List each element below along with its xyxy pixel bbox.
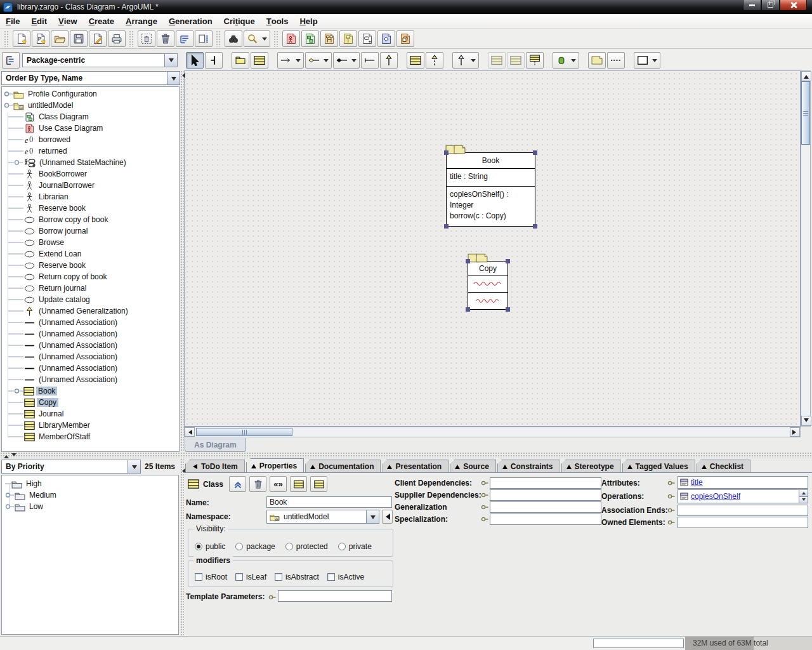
menu-tools[interactable]: Tools: [261, 14, 294, 28]
new-collaboration-diagram-button[interactable]: [339, 30, 357, 47]
horizontal-splitter[interactable]: [0, 452, 812, 458]
tree-item[interactable]: Profile Configuration: [2, 88, 179, 100]
save-project-button[interactable]: [70, 30, 88, 47]
expander-icon[interactable]: [481, 481, 488, 486]
class-node-copy[interactable]: Copy: [468, 261, 508, 310]
new-class-diagram-button[interactable]: [301, 30, 319, 47]
tree-item[interactable]: LibraryMember: [2, 420, 179, 431]
tree-item[interactable]: Return journal: [2, 282, 179, 294]
menu-critique[interactable]: Critique: [218, 14, 261, 28]
selection-handle[interactable]: [533, 150, 537, 155]
radio-protected[interactable]: protected: [285, 542, 328, 551]
tab-stereotype[interactable]: Stereotype: [561, 460, 621, 472]
attributes-list[interactable]: title: [678, 476, 808, 489]
checkbox-isactive[interactable]: isActive: [327, 573, 364, 581]
tab-todo-item[interactable]: ToDo Item: [185, 460, 245, 472]
horizontal-scrollbar[interactable]: [184, 427, 801, 437]
delete-from-model-button[interactable]: [157, 30, 174, 47]
new-project-button[interactable]: [32, 30, 49, 47]
delete-button[interactable]: [249, 476, 266, 492]
combo-arrow-button[interactable]: [128, 460, 140, 473]
expander-icon[interactable]: [481, 517, 488, 522]
tab-documentation[interactable]: Documentation: [305, 460, 381, 472]
details-button[interactable]: [195, 30, 213, 47]
new-activity-diagram-button[interactable]: [377, 30, 395, 47]
operations-list[interactable]: copiesOnShelf: [678, 489, 808, 503]
tab-presentation[interactable]: Presentation: [382, 460, 449, 472]
tab-properties[interactable]: Properties: [246, 458, 304, 472]
selection-handle[interactable]: [444, 150, 449, 155]
specialization-field[interactable]: [490, 514, 601, 525]
checkbox-isroot[interactable]: isRoot: [195, 573, 227, 581]
tree-item[interactable]: returned: [2, 145, 179, 157]
association-class-tool[interactable]: [526, 52, 544, 69]
aggregation-tool[interactable]: [305, 52, 332, 69]
toolbar-grip[interactable]: [216, 30, 221, 47]
tree-item[interactable]: MemberOfStaff: [2, 431, 179, 442]
critique-note-icons[interactable]: [468, 253, 488, 263]
checkbox-isleaf[interactable]: isLeaf: [235, 573, 266, 581]
find-button[interactable]: [225, 30, 242, 47]
export-button[interactable]: [89, 30, 107, 47]
memory-monitor[interactable]: 32M used of 63M total: [685, 637, 812, 650]
interface-tool[interactable]: [407, 52, 424, 69]
todo-item-low[interactable]: Low: [2, 501, 178, 512]
association-ends-field[interactable]: [678, 505, 808, 516]
todo-item-high[interactable]: High: [2, 478, 178, 489]
template-parameters-field[interactable]: [278, 590, 392, 602]
tree-item[interactable]: Use Case Diagram: [2, 123, 179, 134]
tree-item[interactable]: BookBorrower: [2, 168, 179, 180]
splitter-collapse-up-icon[interactable]: [4, 453, 9, 458]
expander-icon[interactable]: [481, 493, 488, 498]
select-tool[interactable]: [186, 52, 204, 69]
state-tool[interactable]: [553, 52, 579, 69]
tree-item[interactable]: Book: [2, 385, 179, 397]
menu-generation[interactable]: Generation: [163, 14, 218, 28]
toolbar-grip[interactable]: [273, 30, 279, 47]
scroll-left-button[interactable]: [185, 427, 195, 437]
namespace-combobox[interactable]: untitledModel: [266, 510, 379, 524]
class-node-book[interactable]: Book title : String copiesOnShelf() : In…: [446, 152, 535, 227]
new-operation-button[interactable]: [310, 476, 327, 492]
print-button[interactable]: [108, 30, 126, 47]
association-tool[interactable]: [277, 52, 304, 69]
attribute-link[interactable]: title: [691, 478, 703, 487]
menu-edit[interactable]: Edit: [25, 14, 53, 28]
remove-from-diagram-button[interactable]: [138, 30, 155, 47]
tree-item[interactable]: borrowed: [2, 134, 179, 145]
tree-item[interactable]: Extend Loan: [2, 248, 179, 260]
new-usecase-diagram-button[interactable]: [282, 30, 300, 47]
scroll-down-button[interactable]: [801, 416, 811, 426]
selection-handle[interactable]: [506, 307, 510, 312]
menu-view[interactable]: View: [53, 14, 83, 28]
tree-item[interactable]: Return copy of book: [2, 271, 179, 282]
scroll-up-button[interactable]: [801, 71, 811, 81]
rectangle-tool[interactable]: [634, 52, 660, 69]
diagram-canvas[interactable]: Book title : String copiesOnShelf() : In…: [184, 70, 801, 427]
expander-icon[interactable]: [481, 505, 488, 510]
uniassociation-tool[interactable]: [361, 52, 379, 69]
expander-icon[interactable]: [667, 494, 675, 499]
outline-button[interactable]: [176, 30, 193, 47]
tree-item[interactable]: Update catalog: [2, 294, 179, 305]
menu-create[interactable]: Create: [83, 14, 120, 28]
open-project-button[interactable]: [51, 30, 69, 47]
navigate-up-button[interactable]: [229, 476, 246, 492]
tree-item[interactable]: (Unnamed Association): [2, 351, 179, 362]
name-field[interactable]: Book: [266, 496, 392, 508]
tree-item[interactable]: (Unnamed Association): [2, 362, 179, 374]
expander-icon[interactable]: [667, 520, 675, 525]
tree-item[interactable]: Borrow copy of book: [2, 214, 179, 225]
menu-help[interactable]: Help: [294, 14, 323, 28]
radio-private[interactable]: private: [338, 542, 372, 551]
expander-icon[interactable]: [4, 91, 13, 97]
owned-elements-field[interactable]: [678, 517, 808, 528]
selection-handle[interactable]: [444, 224, 449, 229]
tree-item[interactable]: (Unnamed Association): [2, 317, 179, 328]
generalization-tool[interactable]: [426, 52, 443, 69]
tree-item[interactable]: Browse: [2, 237, 179, 248]
tab-as-diagram[interactable]: As Diagram: [185, 438, 246, 452]
tree-item[interactable]: (Unnamed StateMachine): [2, 157, 179, 168]
tree-item[interactable]: (Unnamed Generalization): [2, 305, 179, 317]
menu-file[interactable]: File: [0, 14, 25, 28]
